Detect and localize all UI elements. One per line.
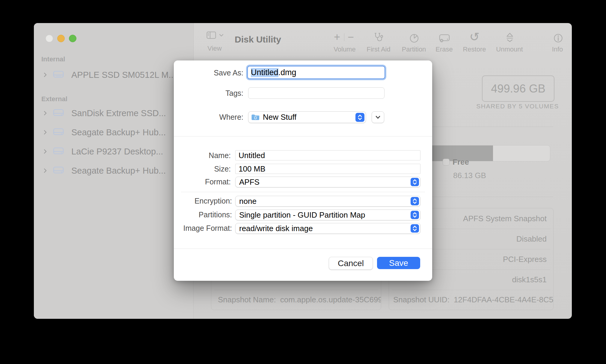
sidebar-item-sandisk[interactable]: SanDisk Extreme SSD... bbox=[34, 107, 193, 120]
close-window-button[interactable] bbox=[46, 35, 53, 42]
format-popup-button[interactable]: APFS bbox=[235, 177, 420, 187]
disk-icon bbox=[53, 147, 64, 156]
where-value: New Stuff bbox=[263, 113, 296, 122]
view-chevron-down-icon[interactable] bbox=[219, 33, 224, 38]
tags-input[interactable] bbox=[248, 87, 385, 99]
disclosure-chevron-icon[interactable] bbox=[43, 72, 48, 78]
disclosure-chevron-icon[interactable] bbox=[43, 110, 48, 116]
remove-volume-button[interactable]: − bbox=[348, 32, 354, 43]
sidebar-item-label: APPLE SSD SM0512L M... bbox=[71, 70, 176, 80]
toolbar-unmount-label: Unmount bbox=[496, 46, 523, 53]
expand-dialog-button[interactable] bbox=[372, 111, 384, 123]
name-value: Untitled bbox=[239, 151, 265, 160]
partitions-popup-button[interactable]: Single partition - GUID Partition Map bbox=[235, 210, 420, 220]
sidebar-section-external: External bbox=[41, 95, 67, 103]
sidebar-item-apple-ssd[interactable]: APPLE SSD SM0512L M... bbox=[34, 68, 193, 81]
add-volume-button[interactable]: + bbox=[334, 32, 340, 43]
size-input[interactable]: 100 MB bbox=[235, 164, 420, 174]
disclosure-chevron-icon[interactable] bbox=[43, 149, 48, 154]
toggle-sidebar-button[interactable] bbox=[206, 31, 216, 40]
save-as-selected-text: Untitled bbox=[251, 68, 278, 77]
format-value: APFS bbox=[239, 178, 260, 187]
toolbar-restore-label: Restore bbox=[463, 46, 486, 53]
legend-free-swatch bbox=[443, 159, 450, 166]
shared-by-label: SHARED BY 5 VOLUMES bbox=[476, 103, 559, 110]
view-label: View bbox=[207, 45, 221, 52]
sidebar-item-seagate-2[interactable]: Seagate Backup+ Hub... bbox=[34, 164, 193, 177]
disk-icon bbox=[53, 108, 64, 118]
where-label: Where: bbox=[219, 113, 243, 122]
toolbar-info-label: Info bbox=[552, 46, 563, 53]
save-as-extension-text: .dmg bbox=[278, 68, 296, 77]
snapshot-uuid-row: Snapshot UUID: 12F4DFAA-4CBE-4A4E-8C51-2… bbox=[389, 289, 553, 310]
sidebar-item-label: LaCie P9237 Desktop... bbox=[71, 147, 163, 157]
name-input[interactable]: Untitled bbox=[235, 150, 420, 160]
popup-stepper-icon bbox=[355, 113, 364, 122]
popup-stepper-icon bbox=[411, 211, 419, 219]
snapshot-name-value: com.apple.os.update-35C699... bbox=[280, 295, 381, 304]
sidebar-item-seagate-1[interactable]: Seagate Backup+ Hub... bbox=[34, 126, 193, 139]
image-format-popup-button[interactable]: read/write disk image bbox=[235, 223, 420, 234]
info-circle-icon[interactable] bbox=[553, 33, 564, 45]
save-as-label: Save As: bbox=[214, 69, 243, 77]
dialog-divider bbox=[174, 136, 432, 136]
stethoscope-icon[interactable] bbox=[373, 31, 385, 45]
save-as-value: Untitled.dmg bbox=[247, 66, 385, 79]
capacity-badge: 499.96 GB bbox=[482, 75, 554, 102]
window-title: Disk Utility bbox=[235, 34, 281, 45]
save-as-input[interactable]: Untitled.dmg bbox=[246, 65, 386, 80]
disclosure-chevron-icon[interactable] bbox=[43, 130, 48, 135]
disk-icon bbox=[53, 128, 64, 137]
toolbar-volume-label: Volume bbox=[334, 46, 355, 53]
dialog-divider bbox=[181, 192, 425, 192]
encryption-popup-button[interactable]: none bbox=[235, 196, 420, 207]
folder-icon bbox=[251, 114, 260, 121]
sidebar-section-internal: Internal bbox=[41, 55, 65, 63]
partitions-label: Partitions: bbox=[199, 210, 232, 219]
name-label: Name: bbox=[209, 151, 231, 160]
image-format-value: read/write disk image bbox=[239, 224, 313, 233]
screen: Internal APPLE SSD SM0512L M... External… bbox=[0, 0, 606, 364]
popup-stepper-icon bbox=[411, 197, 419, 205]
sidebar-item-lacie[interactable]: LaCie P9237 Desktop... bbox=[34, 145, 193, 158]
sidebar-item-label: SanDisk Extreme SSD... bbox=[71, 108, 166, 118]
minimize-window-button[interactable] bbox=[57, 35, 65, 42]
popup-stepper-icon bbox=[411, 178, 419, 186]
toolbar-partition-label: Partition bbox=[402, 46, 426, 53]
encryption-label: Encryption: bbox=[195, 197, 232, 205]
tags-label: Tags: bbox=[225, 89, 243, 98]
pie-chart-icon[interactable] bbox=[408, 33, 420, 45]
sidebar-item-label: Seagate Backup+ Hub... bbox=[71, 128, 166, 137]
toolbar-first-aid-label: First Aid bbox=[367, 46, 390, 53]
where-popup-button[interactable]: New Stuff bbox=[248, 111, 366, 123]
format-label: Format: bbox=[205, 178, 231, 186]
snapshot-uuid-label: Snapshot UUID: bbox=[393, 295, 450, 304]
legend-free-label: Free bbox=[453, 157, 469, 167]
cancel-button-label: Cancel bbox=[338, 259, 364, 268]
image-format-label: Image Format: bbox=[183, 224, 232, 233]
partitions-value: Single partition - GUID Partition Map bbox=[239, 210, 365, 220]
eject-icon[interactable] bbox=[504, 32, 515, 45]
snapshot-name-label: Snapshot Name: bbox=[218, 295, 276, 304]
disk-icon bbox=[53, 166, 64, 175]
dialog-divider bbox=[174, 248, 432, 249]
snapshot-name-row: Snapshot Name: com.apple.os.update-35C69… bbox=[211, 289, 381, 310]
cancel-button[interactable]: Cancel bbox=[329, 257, 373, 270]
save-dialog-sheet: Save As: Untitled.dmg Tags: Where: New S… bbox=[174, 60, 432, 281]
save-button[interactable]: Save bbox=[377, 257, 420, 269]
volume-buttons-divider bbox=[344, 33, 344, 41]
erase-disk-icon[interactable] bbox=[438, 33, 450, 45]
size-value: 100 MB bbox=[239, 164, 266, 174]
restore-arrow-icon[interactable]: ↺ bbox=[469, 31, 480, 43]
sidebar-item-label: Seagate Backup+ Hub... bbox=[71, 166, 166, 176]
zoom-window-button[interactable] bbox=[69, 35, 76, 42]
popup-stepper-icon bbox=[411, 224, 419, 233]
encryption-value: none bbox=[239, 197, 257, 206]
toolbar-erase-label: Erase bbox=[435, 46, 453, 53]
snapshot-uuid-value: 12F4DFAA-4CBE-4A4E-8C51-2... bbox=[454, 295, 553, 304]
save-button-label: Save bbox=[389, 258, 408, 268]
disk-icon bbox=[53, 70, 64, 80]
size-label: Size: bbox=[214, 165, 231, 173]
legend-free-size: 86.13 GB bbox=[453, 171, 486, 180]
disclosure-chevron-icon[interactable] bbox=[43, 168, 48, 173]
